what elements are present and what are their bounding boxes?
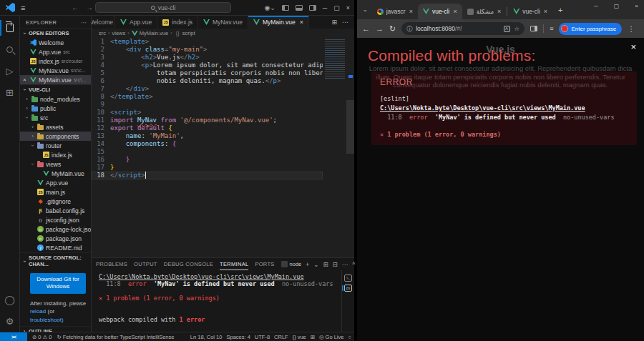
tree-item-package-lock-json[interactable]: npackage-lock.json — [20, 224, 91, 234]
panel-tab-output[interactable]: OUTPUT — [134, 258, 157, 270]
tree-item-assets[interactable]: ›assets — [20, 122, 91, 132]
tree-item-mymain-vue[interactable]: MyMain.vue — [20, 169, 91, 178]
workspace-section[interactable]: › VUE-CLI — [20, 84, 91, 94]
breadcrumb-item-src[interactable]: src — [99, 30, 106, 36]
code-line-16[interactable]: 16 } — [92, 156, 323, 164]
open-editor-mymain-vue[interactable]: ×MyMain.vuesrc\... — [20, 75, 91, 84]
browser-menu-icon[interactable]: ⋮ — [628, 25, 635, 33]
terminal-file-link[interactable]: C:\Users\Nokta.byte\Desktop\vue-cli\src\… — [99, 273, 304, 280]
history-back-icon[interactable]: ← — [72, 4, 79, 11]
tree-item-src[interactable]: ›src — [20, 113, 91, 122]
toggle-secondary-sidebar-icon[interactable] — [309, 5, 316, 11]
terminal-output[interactable]: C:\Users\Nokta.byte\Desktop\vue-cli\src\… — [92, 270, 341, 332]
split-terminal-icon[interactable]: ⊞ — [323, 261, 328, 268]
status-message[interactable]: ↻ Fetching data for better TypeScript In… — [57, 334, 174, 340]
overlay-file-link[interactable]: C:\Users\Nokta.byte\Desktop\vue-cli\src\… — [380, 104, 585, 112]
minimize-button[interactable]: ─ — [323, 4, 327, 11]
breadcrumb-item-views[interactable]: views — [112, 30, 126, 36]
notifications-bell[interactable]: ○ — [348, 334, 351, 340]
editor-scrollbar[interactable] — [346, 100, 354, 154]
explorer-more-icon[interactable]: ⋯ — [81, 19, 87, 26]
language-mode[interactable]: {}vue — [293, 334, 306, 340]
eol[interactable]: CRLF — [274, 334, 288, 340]
open-editors-section[interactable]: › OPEN EDITORS — [20, 28, 91, 38]
browser-tab-vue-cli-3[interactable]: vue-cli× — [508, 4, 552, 19]
outline-section[interactable]: › OUTLINE — [20, 326, 91, 332]
side-panel-icon[interactable] — [530, 26, 537, 31]
open-editor-welcome[interactable]: Welcome — [20, 38, 91, 47]
copilot-icon[interactable]: ◉⌄ — [264, 4, 275, 11]
minimap[interactable] — [325, 39, 345, 79]
extensions-icon[interactable]: ⊞ — [0, 81, 20, 103]
code-line-2[interactable]: 2 <div class="my-main"> — [92, 46, 323, 54]
search-view-icon[interactable] — [0, 39, 20, 60]
browser-forward-icon[interactable]: → — [376, 24, 384, 33]
download-git-button[interactable]: Download Git for Windows — [30, 273, 86, 294]
panel-tab-problems[interactable]: PROBLEMS — [96, 258, 127, 270]
terminal-dropdown-icon[interactable]: ⌄ — [313, 261, 318, 268]
close-button[interactable]: × — [346, 4, 350, 11]
code-line-3[interactable]: 3 <h2>Vue.js</h2> — [92, 54, 323, 61]
tree-item-components[interactable]: ›components — [20, 132, 91, 141]
terminal-node-icon[interactable]: cn — [344, 285, 352, 292]
cursor-position[interactable]: Ln 18, Col 10 — [190, 334, 223, 340]
indentation[interactable]: Spaces: 4 — [226, 334, 250, 340]
code-line-15[interactable]: 15 — [92, 148, 323, 156]
translate-icon[interactable]: A — [504, 26, 510, 32]
toggle-panel-icon[interactable] — [296, 5, 303, 11]
editor-tab-app-vue[interactable]: App.vue — [115, 16, 157, 29]
profile-chip[interactable]: Enter passphrase — [559, 23, 622, 35]
code-line-8[interactable]: 8</template> — [92, 93, 323, 101]
close-tab-icon[interactable]: × — [497, 8, 501, 15]
code-line-14[interactable]: 14 components: { — [92, 140, 323, 148]
scm-section[interactable]: › SOURCE CONTROL: CHAN... — [20, 252, 91, 269]
browser-minimize-button[interactable]: ─ — [594, 3, 598, 9]
browser-maximize-button[interactable]: ▢ — [614, 3, 620, 9]
breadcrumb-item-mymain-vue[interactable]: MyMain.vue — [132, 30, 168, 36]
tree-item-app-vue[interactable]: App.vue — [20, 178, 91, 187]
close-tab-icon[interactable]: × — [300, 19, 303, 26]
browser-reload-icon[interactable]: ↻ — [389, 24, 396, 34]
code-line-9[interactable]: 9 — [92, 101, 323, 109]
tree-item-router[interactable]: ›router — [20, 141, 91, 150]
breadcrumb[interactable]: src›views›MyMain.vue›{}script — [92, 29, 354, 38]
browser-tab-مشكلة-2[interactable]: مشكلة× — [462, 4, 506, 19]
code-line-1[interactable]: 1<template> — [92, 38, 323, 46]
code-line-10[interactable]: 10<script> — [92, 109, 323, 117]
settings-gear-icon[interactable]: ⚙ — [0, 310, 20, 332]
close-editor-icon[interactable]: × — [23, 76, 28, 83]
code-line-7[interactable]: 7 </div> — [92, 85, 323, 93]
editor-tab-index-js[interactable]: JSindex.js — [157, 16, 198, 29]
tree-item-gitignore[interactable]: ◆.gitignore — [20, 197, 91, 206]
tree-item-main-js[interactable]: JSmain.js — [20, 187, 91, 197]
panel-tab-debug-console[interactable]: DEBUG CONSOLE — [164, 258, 213, 270]
toggle-sidebar-icon[interactable] — [282, 5, 289, 11]
panel-tab-terminal[interactable]: TERMINAL — [220, 258, 248, 270]
account-icon[interactable]: ◯ — [0, 289, 20, 310]
reload-link[interactable]: reload — [30, 308, 46, 315]
address-bar[interactable]: ⓘ localhost:8080/#/ A ☆ — [401, 22, 525, 35]
new-terminal-icon[interactable]: + — [306, 261, 309, 268]
editor-tab-welcome[interactable]: Welcome — [92, 16, 115, 29]
open-editor-index-js[interactable]: JSindex.jssrc\router — [20, 56, 91, 66]
go-live[interactable]: ◎Go Live — [319, 334, 343, 340]
tree-item-package-json[interactable]: npackage.json — [20, 234, 91, 243]
code-line-4[interactable]: 4 <p>Lorem ipsum dolor, sit amet consect… — [92, 61, 323, 69]
new-tab-button[interactable]: + — [558, 6, 562, 14]
history-forward-icon[interactable]: → — [86, 4, 93, 11]
maximize-button[interactable]: ▢ — [333, 4, 340, 11]
problems-status[interactable]: ⊘0 ⚠0 — [32, 334, 52, 340]
split-editor-icon[interactable]: ⊞ — [331, 19, 337, 26]
code-editor[interactable]: 1<template>2 <div class="my-main">3 <h2>… — [92, 38, 354, 257]
panel-tab-ports[interactable]: PORTS — [255, 258, 274, 270]
tree-item-babel-config-js[interactable]: βbabel.config.js — [20, 206, 91, 215]
tree-item-index-js[interactable]: JSindex.js — [20, 150, 91, 159]
command-center-search[interactable]: vue-cli — [95, 2, 231, 13]
bookmark-star-icon[interactable]: ☆ — [514, 25, 520, 32]
tree-item-public[interactable]: ›public — [20, 104, 91, 113]
explorer-icon[interactable] — [0, 17, 20, 39]
code-line-12[interactable]: 12export default { — [92, 124, 323, 132]
reading-list-icon[interactable]: ≡ — [550, 25, 553, 32]
tree-item-readme-md[interactable]: iREADME.md — [20, 243, 91, 252]
breadcrumb-item-script[interactable]: {}script — [175, 30, 195, 36]
